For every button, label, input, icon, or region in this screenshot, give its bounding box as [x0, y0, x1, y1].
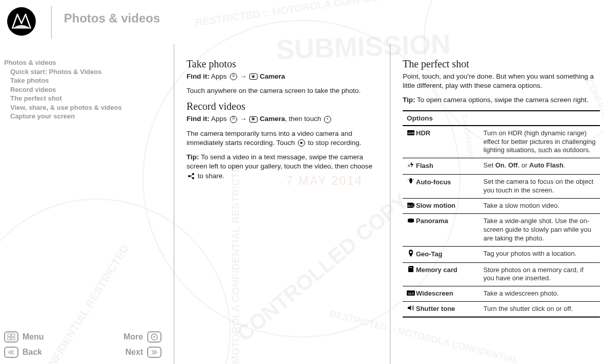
take-photos-heading: Take photos — [187, 58, 378, 70]
svg-rect-18 — [409, 267, 410, 268]
toc-item-view-share[interactable]: View, share, & use photos & videos — [4, 103, 174, 112]
svg-rect-20 — [411, 267, 412, 268]
perfect-shot-tip: Tip: To open camera options, swipe the c… — [403, 95, 600, 105]
content-column-1: Take photos Find it: Apps ⠿ → ◉ Camera T… — [174, 44, 390, 364]
svg-rect-4 — [8, 334, 11, 336]
toc-item-perfect-shot[interactable]: The perfect shot — [4, 94, 174, 103]
widescreen-icon: 16:9 — [407, 289, 415, 298]
apps-icon: ⠿ — [229, 73, 238, 80]
record-videos-body1: The camera temporarily turns into a vide… — [187, 129, 378, 148]
perfect-shot-intro: Point, touch, and you're done. But when … — [403, 72, 600, 90]
options-table: Options HDRHDR Turn on HDR (high dynamic… — [403, 110, 600, 318]
toc-item-take-photos[interactable]: Take photos — [4, 76, 174, 85]
option-row-widescreen: 16:9Widescreen Take a widescreen photo. — [403, 286, 600, 302]
autofocus-icon — [407, 178, 415, 187]
camera-app-icon: ◉ — [249, 73, 258, 80]
option-row-geotag: Geo-Tag Tag your photos with a location. — [403, 246, 600, 262]
svg-point-17 — [410, 251, 412, 253]
hdr-icon: HDR — [407, 129, 415, 138]
svg-point-3 — [7, 7, 36, 36]
toc-top[interactable]: Photos & videos — [4, 58, 174, 67]
next-icon[interactable] — [147, 347, 161, 358]
toc-item-quickstart[interactable]: Quick start: Photos & Videos — [4, 67, 174, 77]
record-videos-heading: Record videos — [187, 101, 378, 112]
svg-rect-19 — [410, 267, 411, 268]
slowmotion-icon: SLO — [407, 202, 415, 210]
next-label[interactable]: Next — [125, 348, 143, 357]
flash-icon: A — [407, 161, 415, 171]
apps-icon: ⠿ — [229, 116, 238, 123]
record-icon: ▪ — [323, 116, 332, 123]
record-videos-tip: Tip: To send a video in a text message, … — [187, 153, 378, 181]
option-row-slowmotion: SLOSlow motion Take a slow motion video. — [403, 199, 600, 214]
menu-label[interactable]: Menu — [22, 332, 44, 342]
option-row-flash: AFlash Set On, Off, or Auto Flash. — [403, 158, 600, 175]
toc-item-capture-screen[interactable]: Capture your screen — [4, 112, 174, 121]
svg-text:SLO: SLO — [407, 204, 413, 207]
record-videos-findit: Find it: Apps ⠿ → ◉ Camera, then touch ▪ — [187, 114, 378, 124]
option-row-hdr: HDRHDR Turn on HDR (high dynamic range) … — [403, 126, 600, 158]
panorama-icon — [407, 217, 415, 226]
share-icon — [187, 173, 196, 180]
take-photos-body: Touch anywhere on the camera screen to t… — [187, 86, 378, 95]
back-label[interactable]: Back — [22, 348, 42, 357]
option-row-autofocus: Auto-focus Set the camera to focus on th… — [403, 175, 600, 199]
option-row-panorama: Panorama Take a wide-angle shot. Use the… — [403, 214, 600, 247]
camera-app-icon: ◉ — [249, 116, 258, 123]
menu-icon[interactable] — [4, 331, 18, 343]
option-row-shuttertone: Shutter tone Turn the shutter click on o… — [403, 302, 600, 318]
page-header: Photos & videos — [0, 0, 604, 39]
memorycard-icon — [407, 266, 415, 275]
more-label[interactable]: More — [124, 332, 143, 342]
toc-item-record-videos[interactable]: Record videos — [4, 85, 174, 94]
stop-icon: ■ — [297, 139, 306, 147]
perfect-shot-heading: The perfect shot — [403, 58, 600, 70]
content-column-2: The perfect shot Point, touch, and you'r… — [390, 44, 604, 364]
options-header: Options — [403, 111, 600, 126]
sidebar: Photos & videos Quick start: Photos & Vi… — [0, 44, 174, 364]
nav-panel: Menu More Back — [1, 329, 165, 360]
header-divider — [51, 6, 52, 39]
more-icon[interactable] — [147, 331, 161, 343]
option-flash-desc: Set On, Off, or Auto Flash. — [479, 158, 600, 175]
take-photos-findit: Find it: Apps ⠿ → ◉ Camera — [187, 72, 378, 81]
svg-text:HDR: HDR — [408, 132, 415, 135]
shuttertone-icon — [407, 305, 415, 313]
svg-text:A: A — [408, 164, 410, 167]
table-of-contents: Photos & videos Quick start: Photos & Vi… — [4, 58, 174, 121]
svg-rect-7 — [12, 337, 15, 340]
svg-rect-6 — [8, 337, 11, 340]
svg-text:16:9: 16:9 — [408, 292, 414, 295]
motorola-logo — [4, 4, 39, 39]
option-row-memorycard: Memory card Store photos on a memory car… — [403, 262, 600, 286]
geotag-icon — [407, 250, 415, 259]
page-title: Photos & videos — [64, 11, 160, 26]
svg-rect-5 — [12, 334, 15, 336]
back-icon[interactable] — [4, 347, 18, 358]
